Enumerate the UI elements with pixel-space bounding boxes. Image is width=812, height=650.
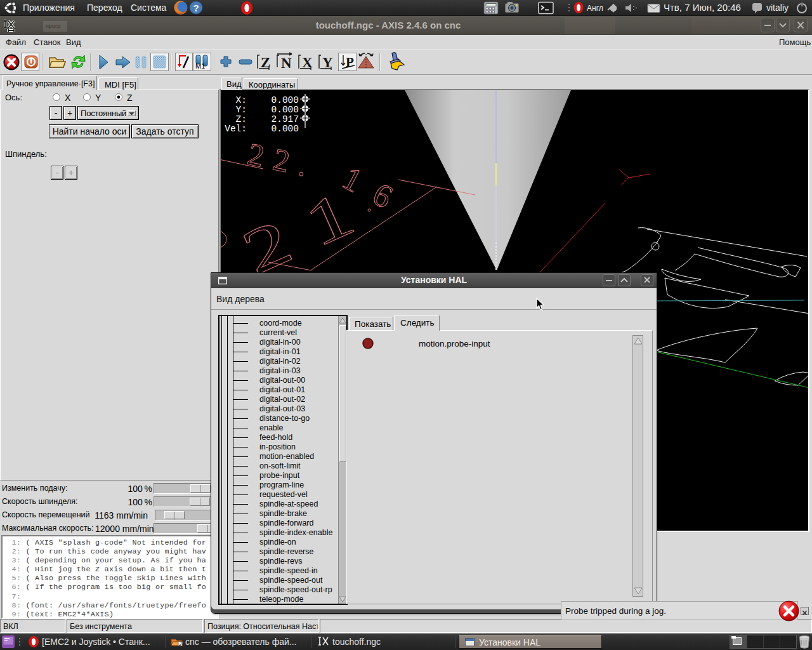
svg-text:M1: M1 [195,62,205,70]
svg-text:Vel:: Vel: [225,124,247,134]
svg-text:X:: X: [236,95,247,105]
svg-text:Y:: Y: [236,105,247,115]
svg-text:0.000: 0.000 [271,105,299,115]
svg-text:0.000: 0.000 [271,124,299,134]
svg-text:2.917: 2.917 [271,114,299,124]
svg-text:Z:: Z: [236,114,247,124]
svg-text:0.000: 0.000 [271,95,299,105]
svg-text:N: N [281,55,292,71]
svg-text:?: ? [193,3,199,13]
